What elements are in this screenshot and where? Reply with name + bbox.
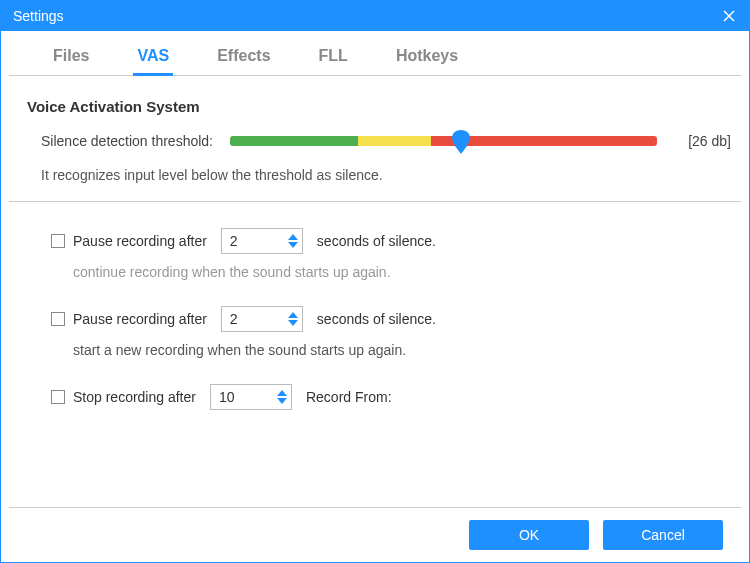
tab-fll[interactable]: FLL — [315, 41, 352, 75]
slider-seg-green — [230, 136, 358, 146]
pause2-label-post: seconds of silence. — [317, 311, 436, 327]
pause2-spin[interactable]: 2 — [221, 306, 303, 332]
chevron-up-icon[interactable] — [288, 312, 298, 318]
cancel-button[interactable]: Cancel — [603, 520, 723, 550]
chevron-down-icon[interactable] — [288, 320, 298, 326]
threshold-row: Silence detection threshold: [26 db] — [19, 133, 731, 149]
pause2-row: Pause recording after 2 seconds of silen… — [19, 306, 731, 332]
pause1-row: Pause recording after 2 seconds of silen… — [19, 228, 731, 254]
pause1-sub: continue recording when the sound starts… — [19, 264, 731, 280]
threshold-slider[interactable] — [230, 136, 657, 146]
stop-label-pre: Stop recording after — [73, 389, 196, 405]
pause1-spin-arrows — [288, 234, 298, 248]
tab-effects[interactable]: Effects — [213, 41, 274, 75]
ok-button[interactable]: OK — [469, 520, 589, 550]
chevron-down-icon[interactable] — [277, 398, 287, 404]
settings-window: Settings Files VAS Effects FLL Hotkeys V… — [0, 0, 750, 563]
pause1-spin-value: 2 — [230, 233, 288, 249]
pause1-checkbox[interactable] — [51, 234, 65, 248]
pause2-spin-value: 2 — [230, 311, 288, 327]
stop-spin[interactable]: 10 — [210, 384, 292, 410]
tab-content: Voice Activation System Silence detectio… — [1, 76, 749, 507]
chevron-up-icon[interactable] — [277, 390, 287, 396]
chevron-up-icon[interactable] — [288, 234, 298, 240]
stop-label-post: Record From: — [306, 389, 392, 405]
footer: OK Cancel — [9, 507, 741, 562]
stop-spin-arrows — [277, 390, 287, 404]
titlebar: Settings — [1, 1, 749, 31]
close-icon — [723, 10, 735, 22]
threshold-value: [26 db] — [671, 133, 731, 149]
pause2-label-pre: Pause recording after — [73, 311, 207, 327]
stop-checkbox[interactable] — [51, 390, 65, 404]
stop-spin-value: 10 — [219, 389, 277, 405]
chevron-down-icon[interactable] — [288, 242, 298, 248]
slider-seg-yellow — [358, 136, 431, 146]
tab-vas[interactable]: VAS — [133, 41, 173, 75]
pause1-label-pre: Pause recording after — [73, 233, 207, 249]
pause2-sub: start a new recording when the sound sta… — [19, 342, 731, 358]
stop-row: Stop recording after 10 Record From: — [19, 384, 731, 410]
close-button[interactable] — [709, 1, 749, 31]
pause2-spin-arrows — [288, 312, 298, 326]
pause2-checkbox[interactable] — [51, 312, 65, 326]
window-title: Settings — [13, 8, 709, 24]
threshold-label: Silence detection threshold: — [41, 133, 216, 149]
tab-files[interactable]: Files — [49, 41, 93, 75]
divider — [9, 201, 741, 202]
threshold-desc: It recognizes input level below the thre… — [19, 167, 731, 183]
tab-bar: Files VAS Effects FLL Hotkeys — [9, 31, 741, 76]
pause1-spin[interactable]: 2 — [221, 228, 303, 254]
tab-hotkeys[interactable]: Hotkeys — [392, 41, 462, 75]
pause1-label-post: seconds of silence. — [317, 233, 436, 249]
section-title: Voice Activation System — [19, 98, 731, 115]
